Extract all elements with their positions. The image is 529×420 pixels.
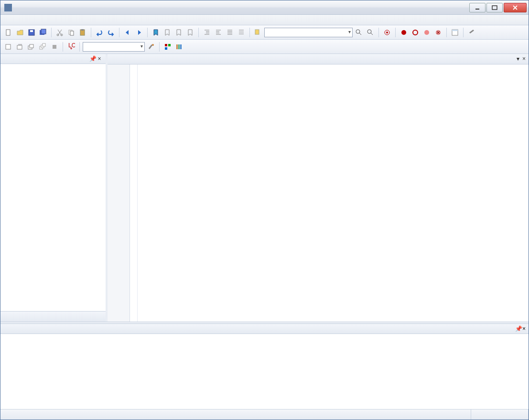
svg-point-15 xyxy=(367,30,371,33)
status-debugger xyxy=(459,409,471,420)
bookmark-clear-button[interactable] xyxy=(185,27,195,38)
copy-button[interactable] xyxy=(66,27,76,38)
new-file-button[interactable] xyxy=(3,27,14,38)
bookmark-next-button[interactable] xyxy=(173,27,184,38)
svg-rect-36 xyxy=(165,47,167,50)
breakpoint-disable-button[interactable] xyxy=(421,27,432,38)
redo-button[interactable] xyxy=(106,27,116,38)
stop-build-button[interactable] xyxy=(49,42,60,52)
close-icon[interactable]: × xyxy=(522,325,526,332)
pin-icon[interactable]: 📌 xyxy=(515,325,522,332)
svg-point-19 xyxy=(413,30,418,35)
app-icon xyxy=(4,4,12,11)
minimize-button[interactable] xyxy=(469,3,486,12)
translate-button[interactable] xyxy=(3,42,14,52)
margin-strip xyxy=(130,65,138,322)
indent-button[interactable] xyxy=(202,27,212,38)
svg-rect-0 xyxy=(475,9,479,10)
outdent-button[interactable] xyxy=(213,27,224,38)
uncomment-button[interactable] xyxy=(236,27,247,38)
svg-rect-24 xyxy=(6,44,11,49)
build-output-header[interactable]: 📌 × xyxy=(0,324,529,334)
svg-rect-39 xyxy=(180,44,182,49)
svg-rect-30 xyxy=(43,43,45,46)
svg-point-33 xyxy=(152,44,154,46)
bookmark-toggle-button[interactable] xyxy=(151,27,161,38)
save-button[interactable] xyxy=(26,27,37,38)
target-select-combo[interactable] xyxy=(83,42,145,52)
save-all-button[interactable] xyxy=(38,27,48,38)
svg-rect-31 xyxy=(53,45,56,49)
workspace: 📌 × ▾ × xyxy=(0,54,529,322)
svg-rect-1 xyxy=(492,6,497,10)
bookmark-prev-button[interactable] xyxy=(162,27,173,38)
open-file-button[interactable] xyxy=(15,27,25,38)
build-button[interactable] xyxy=(15,42,25,52)
nav-back-button[interactable] xyxy=(122,27,133,38)
editor-tabs: ▾ × xyxy=(108,54,529,65)
svg-rect-35 xyxy=(168,44,171,46)
line-number-gutter xyxy=(108,65,130,322)
maximize-button[interactable] xyxy=(486,3,503,12)
batch-build-button[interactable] xyxy=(38,42,48,52)
svg-rect-10 xyxy=(70,31,74,35)
incremental-find-button[interactable] xyxy=(365,27,376,38)
tabs-close-icon[interactable]: × xyxy=(522,55,526,62)
tabs-dropdown-icon[interactable]: ▾ xyxy=(517,55,519,62)
build-toolbar: LOAD xyxy=(0,40,529,54)
svg-point-14 xyxy=(356,30,360,33)
breakpoint-enable-button[interactable] xyxy=(410,27,421,38)
paste-button[interactable] xyxy=(77,27,88,38)
code-area[interactable] xyxy=(138,65,529,322)
svg-rect-34 xyxy=(165,44,167,46)
close-icon[interactable]: × xyxy=(96,55,103,62)
status-spacer xyxy=(471,409,529,420)
window-layout-button[interactable] xyxy=(450,27,460,38)
code-editor[interactable] xyxy=(108,65,529,322)
breakpoint-kill-button[interactable] xyxy=(433,27,443,38)
svg-rect-38 xyxy=(178,44,180,49)
undo-button[interactable] xyxy=(94,27,105,38)
project-tree[interactable] xyxy=(0,64,106,311)
build-output-body[interactable] xyxy=(0,334,529,409)
status-bar xyxy=(0,409,529,420)
svg-rect-23 xyxy=(452,30,458,31)
manage-components-button[interactable] xyxy=(162,42,173,52)
svg-rect-6 xyxy=(41,29,46,34)
breakpoint-insert-button[interactable] xyxy=(399,27,409,38)
build-output-pane: 📌 × xyxy=(0,324,529,409)
configure-button[interactable] xyxy=(466,27,477,38)
svg-rect-37 xyxy=(176,44,178,49)
search-combo[interactable] xyxy=(264,28,353,37)
pin-icon[interactable]: 📌 xyxy=(89,55,96,62)
target-options-button[interactable] xyxy=(146,42,156,52)
svg-rect-12 xyxy=(81,29,84,31)
svg-point-7 xyxy=(57,34,59,36)
svg-rect-2 xyxy=(6,30,10,35)
svg-text:LOAD: LOAD xyxy=(68,43,75,49)
title-bar[interactable] xyxy=(0,0,529,15)
svg-point-17 xyxy=(386,32,388,33)
download-button[interactable]: LOAD xyxy=(66,42,76,52)
svg-rect-27 xyxy=(30,44,33,48)
svg-point-8 xyxy=(61,34,63,36)
cut-button[interactable] xyxy=(54,27,65,38)
project-pane-tabs xyxy=(0,311,106,322)
svg-point-20 xyxy=(424,30,429,35)
project-pane-header[interactable]: 📌 × xyxy=(0,54,106,64)
find-in-files-button[interactable] xyxy=(253,27,263,38)
debug-button[interactable] xyxy=(382,27,392,38)
books-button[interactable] xyxy=(174,42,184,52)
nav-forward-button[interactable] xyxy=(134,27,144,38)
main-toolbar xyxy=(0,25,529,40)
svg-point-18 xyxy=(401,30,406,35)
close-button[interactable] xyxy=(504,3,527,12)
svg-rect-13 xyxy=(255,30,259,34)
project-pane: 📌 × xyxy=(0,54,108,322)
svg-rect-25 xyxy=(17,45,22,49)
comment-button[interactable] xyxy=(225,27,235,38)
editor-pane: ▾ × xyxy=(108,54,529,322)
find-button[interactable] xyxy=(354,27,364,38)
menu-bar xyxy=(0,15,529,25)
rebuild-button[interactable] xyxy=(26,42,37,52)
